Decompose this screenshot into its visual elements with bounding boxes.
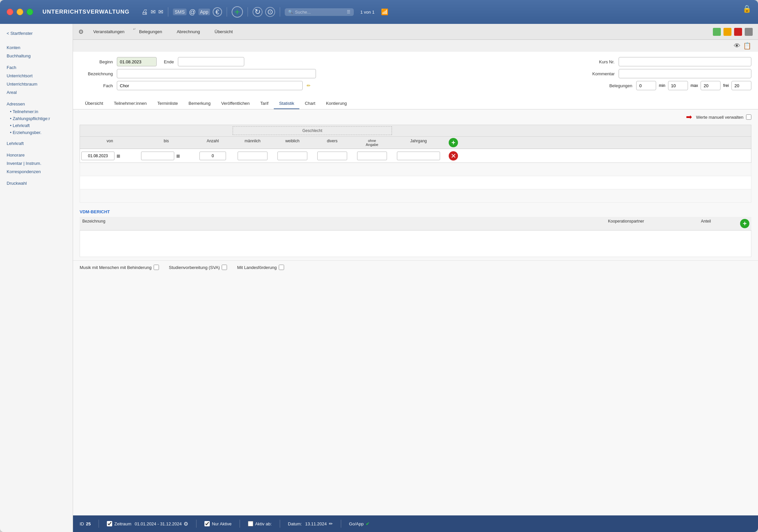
sidebar-item-unterrichtsort[interactable]: Unterrichtsort — [0, 72, 73, 80]
row-von-input[interactable] — [81, 152, 114, 160]
search-icon: 🔍 — [288, 10, 293, 14]
status-id-label: ID — [80, 521, 84, 526]
tab-veranstaltungen[interactable]: Veranstaltungen — [86, 26, 131, 37]
go-app-label[interactable]: Go/App — [349, 521, 364, 526]
statistics-content: ➡ Werte manuell verwalten Geschlecht — [73, 109, 758, 515]
row-anzahl-input[interactable] — [199, 152, 226, 160]
minimize-button[interactable] — [17, 9, 23, 15]
werte-checkbox[interactable] — [746, 114, 751, 120]
add-row-button[interactable]: + — [449, 138, 458, 147]
tab-uebersicht[interactable]: Übersicht — [208, 26, 240, 37]
sub-tab-kontierung[interactable]: Kontierung — [321, 98, 352, 109]
mail-icon-1[interactable]: ✉ — [151, 8, 156, 16]
werte-row: ➡ Werte manuell verwalten — [73, 109, 758, 125]
sub-tab-teilnehmerinnen[interactable]: Teilnehmer:innen — [109, 98, 152, 109]
sticky-note-icon[interactable]: 📋 — [743, 42, 751, 50]
row-bis-cell: ▦ — [140, 150, 193, 162]
mail-icon-2[interactable]: ✉ — [158, 8, 163, 16]
max-input[interactable] — [701, 81, 720, 90]
print-icon[interactable]: 🖨 — [141, 8, 148, 16]
go-app-checkmark: ✔ — [366, 521, 370, 526]
status-dot-gray — [745, 28, 753, 36]
tab-gear-icon[interactable]: ⚙ — [78, 28, 84, 35]
delete-row-button[interactable]: ✕ — [449, 151, 458, 161]
tab-abrechnung[interactable]: Abrechnung — [170, 26, 207, 37]
tab-belegungen[interactable]: Belegungen ↵ — [132, 26, 169, 37]
sidebar-item-honorare[interactable]: Honorare — [0, 151, 73, 159]
app-icon[interactable]: App — [198, 9, 210, 15]
beginn-input[interactable] — [117, 57, 157, 66]
close-button[interactable] — [7, 9, 13, 15]
empty-row-3 — [80, 189, 751, 203]
sub-tab-statistik[interactable]: Statistik — [274, 98, 300, 109]
bezeichnung-input[interactable] — [117, 69, 316, 78]
sidebar: < Startfenster Konten Buchhaltung Fach U… — [0, 24, 73, 532]
row-maennlich-input[interactable] — [238, 152, 267, 160]
toolbar: 🖨 ✉ ✉ SMS @ App € + ↻ ⊙ 🔍 ☰ 1 von 1 📶 — [141, 6, 751, 18]
sidebar-item-lehrkraft[interactable]: Lehrkraft — [0, 139, 73, 148]
search-bar[interactable]: 🔍 ☰ — [285, 8, 354, 16]
von-cal-icon[interactable]: ▦ — [116, 154, 120, 158]
euro-icon[interactable]: € — [213, 7, 222, 17]
datum-label: Datum: — [288, 521, 302, 526]
sidebar-item-fach[interactable]: Fach — [0, 63, 73, 72]
sub-tab-veroeffentlichen[interactable]: Veröffentlichen — [216, 98, 255, 109]
sidebar-item-adressen[interactable]: Adressen — [0, 100, 73, 108]
sidebar-item-lehrkraft-sub[interactable]: • Lehrkraft — [0, 122, 73, 129]
ende-input[interactable] — [178, 57, 244, 66]
kurs-nr-input[interactable] — [619, 57, 751, 66]
svs-checkbox[interactable] — [222, 265, 227, 270]
search-settings-icon[interactable]: ⊙ — [265, 7, 275, 17]
plus-icon[interactable]: + — [232, 6, 243, 18]
sidebar-item-areal[interactable]: Areal — [0, 88, 73, 97]
sidebar-item-erziehungsber[interactable]: • Erziehungsber. — [0, 129, 73, 136]
kommentar-input[interactable] — [619, 69, 751, 78]
maximize-button[interactable] — [27, 9, 33, 15]
sidebar-item-back[interactable]: < Startfenster — [0, 29, 73, 37]
beginn-label: Beginn — [80, 59, 113, 64]
pencil-icon[interactable]: ✏ — [307, 83, 311, 88]
row-jahrgang-input[interactable] — [397, 152, 440, 160]
row-bis-input[interactable] — [141, 152, 174, 160]
min-input[interactable] — [668, 81, 688, 90]
sub-tab-uebersicht[interactable]: Übersicht — [80, 98, 109, 109]
belegungen-input[interactable] — [636, 81, 656, 90]
lock-icon: 🔒 — [742, 5, 751, 13]
sidebar-item-buchhaltung[interactable]: Buchhaltung — [0, 52, 73, 60]
sms-icon[interactable]: SMS — [173, 9, 186, 15]
row-divers-input[interactable] — [317, 152, 347, 160]
sub-tab-terminliste[interactable]: Terminliste — [152, 98, 183, 109]
sub-tab-tarif[interactable]: Tarif — [255, 98, 274, 109]
separator-3 — [248, 7, 248, 17]
sidebar-item-konten[interactable]: Konten — [0, 43, 73, 52]
refresh-icon[interactable]: ↻ — [253, 7, 263, 17]
sub-tab-chart[interactable]: Chart — [299, 98, 321, 109]
zeitraum-settings-icon[interactable]: ⚙ — [184, 521, 188, 527]
fach-input[interactable] — [117, 81, 303, 90]
sidebar-item-teilnehmerin[interactable]: • Teilnehmer:in — [0, 108, 73, 115]
zeitraum-checkbox[interactable] — [107, 521, 112, 526]
nur-aktive-checkbox[interactable] — [204, 521, 210, 526]
row-weiblich-input[interactable] — [277, 152, 307, 160]
at-icon[interactable]: @ — [189, 8, 196, 16]
vdm-add-button[interactable]: + — [740, 219, 749, 228]
search-input[interactable] — [295, 10, 345, 15]
sub-tab-bemerkung[interactable]: Bemerkung — [183, 98, 216, 109]
sidebar-item-unterrichtsraum[interactable]: Unterrichtsraum — [0, 80, 73, 88]
eye-icon[interactable]: 👁 — [734, 42, 740, 50]
aktiv-ab-checkbox[interactable] — [248, 521, 253, 526]
empty-row-2 — [80, 176, 751, 189]
sidebar-item-inventar[interactable]: Inventar | Instrum. — [0, 159, 73, 167]
sidebar-item-korrespondenzen[interactable]: Korrespondenzen — [0, 167, 73, 176]
landesfoerderung-label: Mit Landesförderung — [237, 265, 276, 270]
musik-checkbox[interactable] — [154, 265, 159, 270]
bis-cal-icon[interactable]: ▦ — [176, 154, 180, 158]
sidebar-item-zahlungspflichtige[interactable]: • Zahlungspflichtige:r — [0, 115, 73, 122]
belegungen-label: Belegungen — [606, 83, 632, 88]
frei-input[interactable] — [731, 81, 751, 90]
landesfoerderung-checkbox[interactable] — [279, 265, 284, 270]
row-ohne-angabe-input[interactable] — [357, 152, 387, 160]
sidebar-item-druckwahl[interactable]: Druckwahl — [0, 179, 73, 187]
vdm-title: VDM-BERICHT — [80, 209, 751, 214]
datum-edit-icon[interactable]: ✏ — [329, 521, 333, 526]
